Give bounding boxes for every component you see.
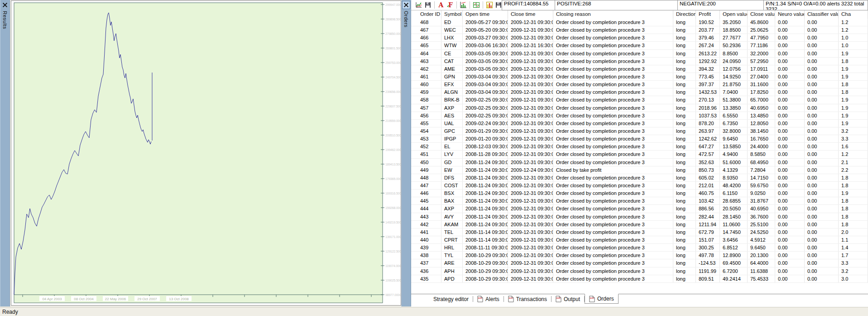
tab-transactions[interactable]: DOCTransactions — [504, 294, 551, 304]
cell: 0.00 — [805, 151, 839, 158]
column-header[interactable]: Symbol — [441, 10, 463, 19]
table-row[interactable]: 440CPRT2008-11-14 09:30:002009-12-31 09:… — [411, 236, 868, 244]
table-row[interactable]: 441TEL2008-11-14 09:30:002009-12-31 09:3… — [411, 228, 868, 236]
cell: 0.00 — [805, 236, 839, 243]
results-chart-button[interactable] — [415, 1, 423, 9]
cell: 17.8250 — [748, 88, 775, 96]
cell: 0.00 — [805, 213, 839, 220]
table-row[interactable]: 444AXP2008-11-24 09:30:002009-12-31 09:3… — [411, 205, 868, 213]
cell: 2008-11-24 09:30:00 — [463, 182, 508, 189]
close-results-button[interactable] — [1, 1, 9, 9]
function-button[interactable]: F — [446, 1, 454, 9]
histogram-button[interactable] — [485, 1, 494, 9]
cell: long — [673, 50, 696, 57]
table-row[interactable]: 457AXP2009-02-25 09:30:002009-12-31 09:3… — [411, 104, 868, 112]
column-header[interactable]: Open value — [720, 10, 748, 19]
cell: 1.9 — [839, 104, 868, 112]
table-row[interactable]: 446BSX2008-11-24 09:30:002009-12-31 09:3… — [411, 190, 868, 197]
cell: TYL — [441, 252, 463, 259]
cell: 0.00 — [805, 120, 839, 127]
table-check-button[interactable] — [472, 1, 480, 9]
table-row[interactable]: 437ARE2008-10-29 09:30:002009-12-31 09:3… — [411, 259, 868, 267]
cell: 0.00 — [775, 166, 805, 174]
table-row[interactable]: 450GD2008-11-24 09:30:002009-12-31 09:30… — [411, 159, 868, 166]
column-header[interactable]: Profit — [696, 10, 720, 19]
table-row[interactable]: 449EW2008-11-24 09:30:002009-12-24 09:30… — [411, 166, 868, 174]
cell: 2009-05-20 09:30:00 — [463, 26, 508, 34]
cell: 14.9250 — [720, 73, 748, 80]
table-row[interactable]: 436APH2008-10-29 09:30:002009-12-31 09:3… — [411, 267, 868, 275]
column-header[interactable]: Neuro value — [775, 10, 805, 19]
table-row[interactable]: 467WEC2009-05-20 09:30:002009-12-31 09:3… — [411, 26, 868, 34]
cell: 3.2 — [839, 127, 868, 135]
table-row[interactable]: 445BAX2008-11-24 09:30:002009-12-31 09:3… — [411, 197, 868, 205]
orders-toolbar: A F — [411, 0, 868, 10]
table-row[interactable]: 468ED2009-05-27 09:30:002009-12-31 09:30… — [411, 19, 868, 26]
table-row[interactable]: 451LYV2008-11-28 09:30:002009-12-31 09:3… — [411, 151, 868, 158]
column-header[interactable]: Order ID — [417, 10, 441, 19]
cell: long — [673, 197, 696, 204]
alpha-button[interactable]: A — [437, 1, 445, 9]
column-header[interactable]: Open time — [463, 10, 508, 19]
table-row[interactable]: 447COST2008-11-24 09:30:002009-12-31 09:… — [411, 182, 868, 190]
table-row[interactable]: 455UAL2009-02-24 09:30:002009-12-31 09:3… — [411, 120, 868, 127]
save-icon — [495, 1, 502, 9]
column-header[interactable]: Close value — [748, 10, 775, 19]
cell: 0.00 — [805, 81, 839, 88]
table-row[interactable]: 456AES2009-02-25 09:30:002009-12-31 09:3… — [411, 112, 868, 120]
cell: 11.0600 — [720, 221, 748, 228]
table-row[interactable]: 466LHX2009-03-27 09:30:002009-12-31 09:3… — [411, 34, 868, 42]
bar-chart-button[interactable] — [459, 1, 467, 9]
cell: 2009-12-31 09:30:00 — [508, 205, 553, 212]
cell: 2008-11-24 09:30:00 — [463, 174, 508, 181]
cell: long — [673, 259, 696, 267]
table-row[interactable]: 458BRK-B2009-02-25 09:30:002009-12-31 09… — [411, 96, 868, 104]
tab-alerts[interactable]: DOCAlerts — [473, 294, 504, 304]
y-axis-label: 299947.0000 — [385, 3, 401, 6]
save-results-button[interactable] — [424, 1, 432, 9]
tab-output[interactable]: DOCOutput — [551, 294, 584, 304]
cell: long — [673, 88, 696, 96]
cell: 1.0 — [839, 34, 868, 41]
column-header[interactable]: Close time — [508, 10, 553, 19]
cell: IPGP — [441, 135, 463, 142]
table-row[interactable]: 461GPN2009-03-04 09:30:002009-12-31 09:3… — [411, 73, 868, 81]
table-row[interactable]: 448DFS2008-11-24 09:30:002009-12-31 09:3… — [411, 174, 868, 182]
table-row[interactable]: 452EL2008-12-03 09:30:002009-12-31 09:30… — [411, 143, 868, 151]
cell: Order closed by completion procedure 3 — [553, 205, 673, 212]
cell: EW — [441, 166, 463, 174]
table-row[interactable]: 435APD2008-10-29 09:30:002009-12-31 09:3… — [411, 275, 868, 283]
tab-strategy-editor[interactable]: Strategy editor — [429, 294, 473, 304]
y-axis-label: 109025.5000 — [385, 279, 401, 282]
table-row[interactable]: 438TYL2008-10-29 09:30:002009-12-31 09:3… — [411, 252, 868, 259]
table-row[interactable]: 464CE2009-03-05 09:30:002009-12-31 09:30… — [411, 50, 868, 58]
tab-orders[interactable]: DOCOrders — [585, 294, 619, 304]
cell: 13.4850 — [748, 112, 775, 119]
close-orders-button[interactable] — [402, 1, 410, 9]
column-header[interactable]: Cha — [839, 10, 868, 19]
cell: 878.20 — [696, 120, 720, 127]
cell: long — [673, 65, 696, 73]
results-chart-panel: 299947.0000289898.5000279850.0000269801.… — [11, 0, 401, 306]
table-row[interactable]: 459ALGN2009-03-04 09:30:002009-12-31 09:… — [411, 88, 868, 96]
column-header[interactable]: Closing reason — [553, 10, 673, 19]
cell: BRK-B — [441, 96, 463, 103]
table-row[interactable]: 442AKAM2008-11-24 09:30:002009-12-31 09:… — [411, 221, 868, 228]
cell: 0.00 — [775, 135, 805, 142]
cell: 2008-11-24 09:30:00 — [463, 190, 508, 197]
column-header[interactable]: Classifier value — [805, 10, 839, 19]
table-row[interactable]: 462AME2009-03-05 09:30:002009-12-31 09:3… — [411, 65, 868, 73]
table-row[interactable]: 465WTW2009-03-06 16:30:002009-12-31 16:3… — [411, 42, 868, 49]
table-row[interactable]: 454GPC2009-01-29 09:30:002009-12-31 09:3… — [411, 127, 868, 135]
cell: long — [673, 236, 696, 243]
table-row[interactable]: 460EFX2009-03-04 09:30:002009-12-31 09:3… — [411, 81, 868, 88]
cell: 0.00 — [775, 182, 805, 189]
cell: Order closed by completion procedure 3 — [553, 259, 673, 267]
column-header[interactable]: Direction — [673, 10, 696, 19]
cell: 8.5850 — [748, 151, 775, 158]
cell: 282.44 — [696, 213, 720, 220]
table-row[interactable]: 453IPGP2009-01-20 09:30:002009-12-31 09:… — [411, 135, 868, 143]
table-row[interactable]: 439HRL2008-11-11 09:30:002009-12-31 09:3… — [411, 244, 868, 252]
table-row[interactable]: 443AVY2008-11-24 09:30:002009-12-31 09:3… — [411, 213, 868, 221]
table-row[interactable]: 463CAT2009-03-05 09:30:002009-12-31 09:3… — [411, 58, 868, 65]
